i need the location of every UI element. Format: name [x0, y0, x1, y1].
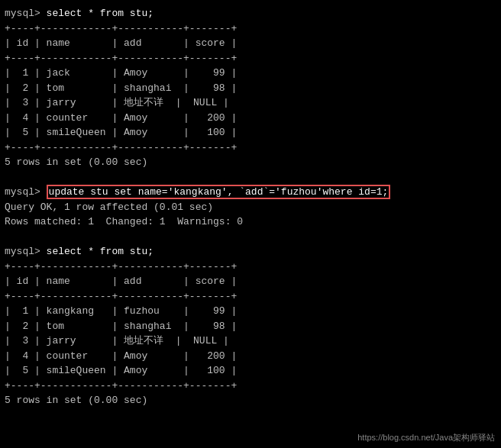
row-2-5: | 5 | smileQueen | Amoy | 100 | [5, 363, 496, 379]
border-2-bottom: +----+------------+-----------+-------+ [5, 379, 496, 394]
query-ok: Query OK, 1 row affected (0.01 sec) [5, 200, 496, 215]
prompt-1: mysql> [5, 8, 47, 19]
line-border-bottom-1: +----+------------+-----------+-------+ [5, 140, 496, 156]
row-2-1: | 1 | kangkang | fuzhou | 99 | [5, 304, 496, 319]
update-cmd: update stu set name='kangkang', `add`='f… [47, 185, 391, 199]
row-1-2: | 2 | tom | shanghai | 98 | [5, 81, 496, 96]
row-2-4: | 4 | counter | Amoy | 200 | [5, 349, 496, 364]
row-2-2: | 2 | tom | shanghai | 98 | [5, 319, 496, 334]
line-3: | id | name | add | score | [5, 36, 496, 51]
cmd-1: select * from stu; [47, 8, 154, 19]
row-1-5: | 5 | smileQueen | Amoy | 100 | [5, 125, 496, 140]
line-1: mysql> select * from stu; [5, 6, 496, 21]
line-select2: mysql> select * from stu; [5, 244, 496, 259]
row-1-3: | 3 | jarry | 地址不详 | NULL | [5, 95, 496, 111]
prompt-update: mysql> [5, 186, 47, 198]
row-2-3: | 3 | jarry | 地址不详 | NULL | [5, 334, 496, 349]
line-update: mysql> update stu set name='kangkang', `… [5, 185, 496, 200]
prompt-2: mysql> [5, 246, 47, 257]
rows-matched: Rows matched: 1 Changed: 1 Warnings: 0 [5, 214, 496, 230]
cmd-2: select * from stu; [47, 246, 154, 257]
border-2-head: +----+------------+-----------+-------+ [5, 289, 496, 305]
rowcount-2: 5 rows in set (0.00 sec) [5, 393, 496, 408]
line-2: +----+------------+-----------+-------+ [5, 21, 496, 37]
row-1-1: | 1 | jack | Amoy | 99 | [5, 66, 496, 81]
watermark: https://blog.csdn.net/Java架构师驿站 [357, 432, 495, 443]
line-4: +----+------------+-----------+-------+ [5, 51, 496, 66]
row-1-4: | 4 | counter | Amoy | 200 | [5, 111, 496, 126]
blank-1 [5, 170, 496, 185]
rowcount-1: 5 rows in set (0.00 sec) [5, 155, 496, 170]
border-2-top: +----+------------+-----------+-------+ [5, 259, 496, 275]
header-2: | id | name | add | score | [5, 274, 496, 289]
blank-2 [5, 230, 496, 245]
terminal-window: mysql> select * from stu; +----+--------… [0, 0, 501, 448]
watermark-text: https://blog.csdn.net/Java架构师驿站 [357, 433, 495, 442]
